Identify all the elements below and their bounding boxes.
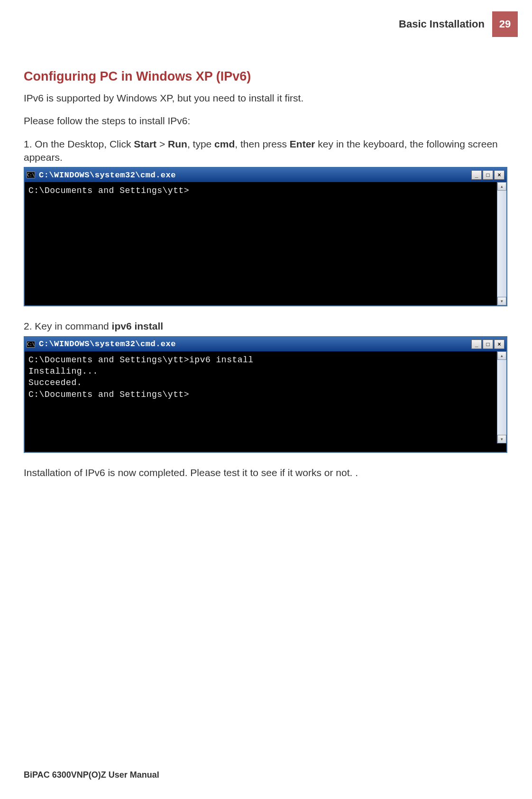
minimize-button[interactable]: _ bbox=[471, 170, 482, 180]
cmd-title-left-2: C:\ C:\WINDOWS\system32\cmd.exe bbox=[27, 340, 176, 349]
step-1-sep1: > bbox=[156, 138, 168, 149]
cmd-body-2[interactable]: C:\Documents and Settings\ytt>ipv6 insta… bbox=[25, 351, 506, 452]
page-number-badge: 29 bbox=[492, 11, 518, 37]
header-title: Basic Installation bbox=[399, 11, 492, 37]
maximize-button[interactable]: □ bbox=[483, 170, 493, 180]
step-1-prefix: 1. On the Desktop, Click bbox=[24, 138, 134, 149]
cmd-line: Succeeded. bbox=[28, 377, 503, 388]
page-header: Basic Installation 29 bbox=[24, 0, 518, 37]
step-1-run: Run bbox=[168, 138, 187, 149]
cmd-window-controls-1: _ □ × bbox=[471, 170, 504, 180]
step-2-text: 2. Key in command ipv6 install bbox=[24, 320, 508, 333]
scrollbar-2[interactable]: ▴ ▾ bbox=[497, 351, 506, 443]
cmd-system-icon[interactable]: C:\ bbox=[27, 172, 35, 178]
step-2-command: ipv6 install bbox=[112, 321, 164, 331]
step-1-start: Start bbox=[134, 138, 156, 149]
intro-paragraph-2: Please follow the steps to install IPv6: bbox=[24, 114, 508, 128]
cmd-window-2: C:\ C:\WINDOWS\system32\cmd.exe _ □ × C:… bbox=[24, 336, 507, 453]
cmd-window-controls-2: _ □ × bbox=[471, 340, 504, 349]
cmd-title-text-2: C:\WINDOWS\system32\cmd.exe bbox=[39, 340, 176, 349]
step-1-cmd: cmd bbox=[214, 138, 235, 149]
step-1-text: 1. On the Desktop, Click Start > Run, ty… bbox=[24, 138, 508, 165]
step-1-enter: Enter bbox=[290, 138, 315, 149]
footer-manual-title: BiPAC 6300VNP(O)Z User Manual bbox=[24, 770, 159, 780]
step-1-mid1: , type bbox=[187, 138, 214, 149]
cmd-line: C:\Documents and Settings\ytt>ipv6 insta… bbox=[28, 354, 503, 366]
scroll-up-icon[interactable]: ▴ bbox=[497, 351, 506, 360]
cmd-system-icon[interactable]: C:\ bbox=[27, 341, 35, 348]
closing-paragraph: Installation of IPv6 is now completed. P… bbox=[24, 466, 508, 479]
cmd-line: C:\Documents and Settings\ytt> bbox=[28, 389, 503, 400]
cmd-line: Installing... bbox=[28, 366, 503, 377]
section-heading: Configuring PC in Windows XP (IPv6) bbox=[24, 69, 508, 84]
close-button[interactable]: × bbox=[494, 170, 504, 180]
intro-paragraph-1: IPv6 is supported by Windows XP, but you… bbox=[24, 92, 508, 105]
step-2-prefix: 2. Key in command bbox=[24, 321, 112, 331]
step-1-mid2: , then press bbox=[235, 138, 290, 149]
cmd-body-1[interactable]: C:\Documents and Settings\ytt> ▴ ▾ bbox=[25, 182, 506, 305]
scroll-down-icon[interactable]: ▾ bbox=[497, 297, 506, 305]
cmd-window-1: C:\ C:\WINDOWS\system32\cmd.exe _ □ × C:… bbox=[24, 167, 507, 306]
cmd-titlebar-1[interactable]: C:\ C:\WINDOWS\system32\cmd.exe _ □ × bbox=[25, 168, 506, 182]
close-button[interactable]: × bbox=[494, 340, 504, 349]
cmd-line: C:\Documents and Settings\ytt> bbox=[28, 185, 503, 196]
maximize-button[interactable]: □ bbox=[483, 340, 493, 349]
scrollbar-1[interactable]: ▴ ▾ bbox=[497, 182, 506, 305]
scroll-up-icon[interactable]: ▴ bbox=[497, 182, 506, 191]
cmd-title-left-1: C:\ C:\WINDOWS\system32\cmd.exe bbox=[27, 171, 176, 180]
cmd-titlebar-2[interactable]: C:\ C:\WINDOWS\system32\cmd.exe _ □ × bbox=[25, 337, 506, 351]
cmd-title-text-1: C:\WINDOWS\system32\cmd.exe bbox=[39, 171, 176, 180]
scroll-down-icon[interactable]: ▾ bbox=[497, 435, 506, 443]
minimize-button[interactable]: _ bbox=[471, 340, 482, 349]
